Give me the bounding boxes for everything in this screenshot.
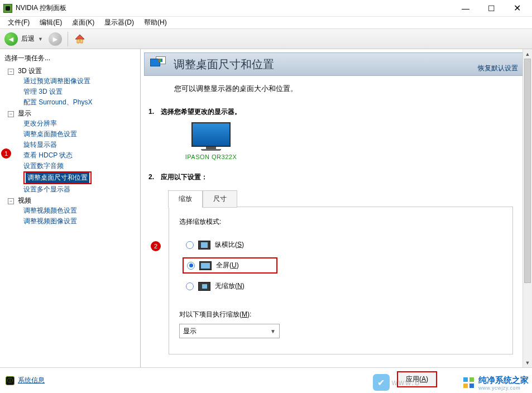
perform-scaling-row: 对以下项目执行缩放(M): 显示 ▼ [179, 310, 502, 338]
nav-preview-image-settings[interactable]: 通过预览调整图像设置 [23, 76, 138, 87]
tab-size[interactable]: 尺寸 [203, 190, 237, 208]
scroll-thumb[interactable] [524, 59, 531, 283]
svg-rect-4 [463, 384, 468, 388]
tree-group-label: 显示 [18, 109, 31, 117]
monitor-name: IPASON QR322X [178, 154, 245, 160]
maximize-button[interactable]: ☐ [478, 0, 504, 17]
back-button[interactable]: ◄ [4, 32, 18, 46]
titlebar: NVIDIA 控制面板 — ☐ ✕ [0, 0, 532, 17]
scroll-down-icon[interactable]: ▼ [523, 358, 532, 367]
chevron-down-icon: ▼ [270, 328, 276, 334]
page-header: 调整桌面尺寸和位置 恢复默认设置 [144, 52, 526, 76]
monitor-icon [191, 122, 231, 151]
restore-defaults-link[interactable]: 恢复默认设置 [478, 64, 518, 73]
annotation-highlight-1: 调整桌面尺寸和位置 [23, 171, 92, 184]
annotation-badge-2: 2 [151, 241, 161, 251]
collapse-icon[interactable]: − [8, 111, 14, 117]
home-button[interactable] [74, 33, 86, 45]
toolbar: ◄ 后退 ▼ ► [0, 29, 532, 49]
radio-no-scaling[interactable]: 无缩放(N) [183, 279, 502, 293]
twitter-icon: ✔ [373, 374, 390, 391]
back-label: 后退 [21, 34, 35, 44]
radio-label: 无缩放(N) [215, 281, 245, 291]
select-value: 显示 [183, 327, 196, 336]
app-icon [3, 4, 12, 13]
main-split: 选择一项任务... − 3D 设置 通过预览调整图像设置 管理 3D 设置 配置… [0, 49, 532, 367]
svg-rect-5 [469, 384, 474, 388]
nav-tree: − 3D 设置 通过预览调整图像设置 管理 3D 设置 配置 Surround、… [2, 66, 138, 227]
collapse-icon[interactable]: − [8, 69, 14, 75]
perform-scaling-label: 对以下项目执行缩放(M): [179, 310, 502, 319]
monitor-selector[interactable]: IPASON QR322X [178, 122, 245, 160]
svg-marker-1 [75, 35, 84, 39]
nav-desktop-size-position[interactable]: 调整桌面尺寸和位置 [26, 172, 89, 183]
nav-rotate-display[interactable]: 旋转显示器 [23, 140, 138, 150]
radio-icon [186, 282, 194, 290]
svg-rect-3 [469, 377, 474, 382]
brand-name: 纯净系统之家 [478, 375, 529, 385]
minimize-button[interactable]: — [453, 0, 478, 17]
window-title: NVIDIA 控制面板 [16, 3, 453, 13]
radio-icon [186, 241, 194, 249]
watermark-brand: 纯净系统之家 www.ycwjzy.com [463, 375, 529, 391]
menu-edit[interactable]: 编辑(E) [35, 17, 66, 28]
menu-file[interactable]: 文件(F) [3, 17, 34, 28]
radio-label: 纵横比(S) [215, 240, 244, 250]
back-dropdown-icon[interactable]: ▼ [38, 36, 43, 42]
settings-tabs: 缩放 尺寸 [168, 190, 513, 208]
nav-video-color[interactable]: 调整视频颜色设置 [23, 205, 138, 216]
step2-label: 2. 应用以下设置： [144, 170, 526, 184]
task-label: 选择一项任务... [2, 52, 138, 66]
radio-icon [187, 262, 195, 270]
nav-desktop-color[interactable]: 调整桌面颜色设置 [23, 129, 138, 140]
radio-label: 全屏(U) [216, 261, 239, 270]
collapse-icon[interactable]: − [8, 198, 14, 204]
tab-panel-scale: 选择缩放模式: 纵横比(S) 2 全屏(U) 无缩放(N) [169, 207, 513, 354]
perform-scaling-select[interactable]: 显示 ▼ [179, 324, 280, 338]
brand-logo-icon [463, 377, 475, 389]
nav-surround-physx[interactable]: 配置 Surround、PhysX [23, 97, 138, 108]
tree-group-video: − 视频 调整视频颜色设置 调整视频图像设置 [8, 196, 138, 227]
content-area: 调整桌面尺寸和位置 恢复默认设置 您可以调整显示器的桌面大小和位置。 1. 选择… [141, 49, 532, 367]
scale-mode-label: 选择缩放模式: [179, 217, 502, 232]
vertical-scrollbar[interactable]: ▲ ▼ [523, 49, 532, 367]
tree-group-label: 3D 设置 [18, 67, 42, 75]
forward-button[interactable]: ► [49, 32, 62, 46]
nav-change-resolution[interactable]: 更改分辨率 [23, 118, 138, 129]
nav-digital-audio[interactable]: 设置数字音频 [23, 161, 138, 171]
nav-manage-3d[interactable]: 管理 3D 设置 [23, 87, 138, 97]
sysinfo-link[interactable]: 系统信息 [18, 376, 45, 385]
toolbar-separator [68, 32, 68, 46]
tree-group-display: − 显示 更改分辨率 调整桌面颜色设置 旋转显示器 查看 HDCP 状态 设置数… [8, 109, 138, 195]
menubar: 文件(F) 编辑(E) 桌面(K) 显示器(D) 帮助(H) [0, 17, 532, 29]
tree-group-3d: − 3D 设置 通过预览调整图像设置 管理 3D 设置 配置 Surround、… [8, 66, 138, 108]
svg-rect-2 [463, 377, 468, 382]
menu-desktop[interactable]: 桌面(K) [68, 17, 99, 28]
menu-help[interactable]: 帮助(H) [140, 17, 171, 28]
step1-label: 1. 选择您希望更改的显示器。 [144, 105, 526, 119]
radio-fullscreen[interactable]: 全屏(U) [183, 257, 277, 274]
nav-video-image[interactable]: 调整视频图像设置 [23, 216, 138, 227]
window-controls: — ☐ ✕ [453, 0, 530, 17]
watermark-faint: ✔ www.b [373, 374, 420, 391]
page-title: 调整桌面尺寸和位置 [174, 57, 274, 72]
page-description: 您可以调整显示器的桌面大小和位置。 [144, 76, 526, 105]
close-button[interactable]: ✕ [504, 0, 530, 17]
nav-hdcp-status[interactable]: 查看 HDCP 状态 [23, 150, 138, 161]
page-header-icon [150, 56, 168, 72]
no-scaling-icon [198, 282, 210, 291]
brand-url: www.ycwjzy.com [478, 386, 529, 391]
scroll-up-icon[interactable]: ▲ [523, 49, 532, 59]
menu-display[interactable]: 显示器(D) [100, 17, 138, 28]
fullscreen-icon [199, 261, 212, 270]
sidebar: 选择一项任务... − 3D 设置 通过预览调整图像设置 管理 3D 设置 配置… [0, 49, 141, 367]
radio-aspect-ratio[interactable]: 纵横比(S) [183, 238, 502, 252]
statusbar: ⓘ 系统信息 [0, 367, 532, 393]
aspect-icon [198, 241, 210, 250]
annotation-badge-1: 1 [1, 148, 11, 159]
sysinfo-icon: ⓘ [6, 376, 15, 385]
tab-scale[interactable]: 缩放 [168, 190, 203, 208]
tree-group-label: 视频 [18, 196, 31, 204]
nav-multiple-displays[interactable]: 设置多个显示器 [23, 184, 138, 195]
